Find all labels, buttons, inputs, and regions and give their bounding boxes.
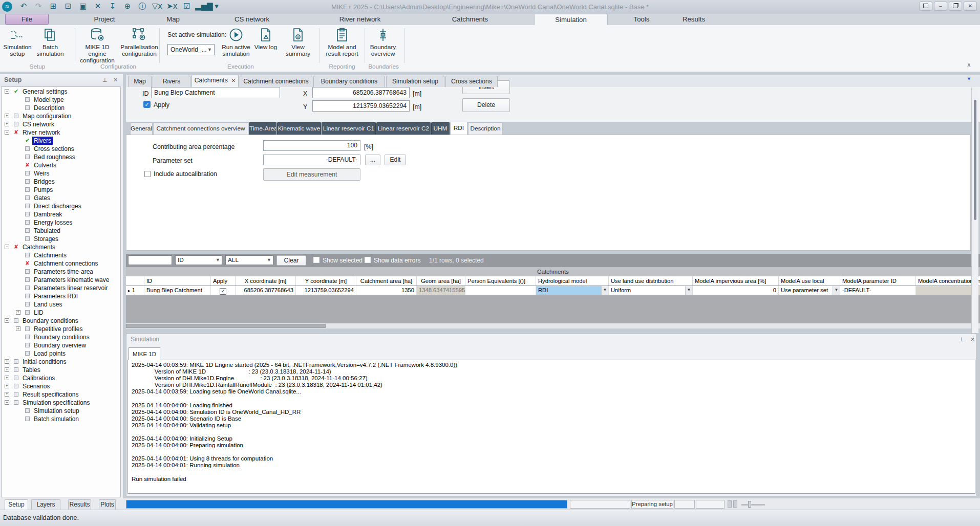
tree-item-label[interactable]: Map configuration (21, 112, 73, 120)
column-header-x-coordinate-m[interactable]: X coordinate [m] (236, 276, 296, 286)
tab-rdi[interactable]: RDI (450, 122, 467, 135)
tree-item-parameters-linear-reservoir[interactable]: Parameters linear reservoir (2, 284, 120, 292)
tab-description[interactable]: Description (468, 122, 503, 135)
tree-item-lid[interactable]: +LID (2, 309, 120, 317)
tree-item-map-configuration[interactable]: +Map configuration (2, 112, 120, 120)
expand-icon[interactable]: + (5, 392, 9, 397)
expand-icon[interactable]: + (5, 122, 9, 126)
tree-item-cs-network[interactable]: +CS network (2, 120, 120, 128)
close-icon[interactable]: ✕ (113, 77, 118, 83)
stop-button[interactable] (733, 500, 737, 508)
tree-item-general-settings[interactable]: −✔General settings (2, 87, 120, 96)
tree-item-label[interactable]: Simulation setup (32, 407, 81, 415)
tree-item-direct-discharges[interactable]: Direct discharges (2, 202, 120, 210)
cell-modela-concentration-time-min[interactable] (916, 286, 980, 295)
tree-item-label[interactable]: Load points (32, 349, 67, 358)
bottom-tab-results[interactable]: Results (68, 499, 91, 510)
clear-filter-button[interactable]: Clear (276, 255, 306, 266)
tree-item-label[interactable]: Simulation specifications (21, 399, 91, 407)
tree-item-scenarios[interactable]: +Scenarios (2, 382, 120, 390)
tree-item-label[interactable]: Rivers (32, 137, 53, 145)
column-header-apply[interactable]: Apply (211, 276, 236, 286)
x-coordinate-field[interactable]: 685206.387768643 (312, 87, 410, 98)
bottom-tab-layers-a[interactable]: Layers a... (31, 499, 60, 510)
expand-icon[interactable]: + (16, 326, 20, 331)
ribbon-tab-river-network[interactable]: River network (313, 14, 407, 25)
column-header-person-equivalents[interactable]: Person Equivalents [()] (465, 276, 536, 286)
column-header-modela-parameter-id[interactable]: ModelA parameter ID (840, 276, 916, 286)
minimize-button[interactable]: – (934, 2, 947, 11)
tree-item-rivers[interactable]: ✔Rivers (2, 137, 120, 145)
tree-item-label[interactable]: Energy losses (32, 218, 74, 227)
cell-x-coordinate-m[interactable]: 685206.387768643 (236, 286, 296, 295)
mike1d-log-tab[interactable]: MIKE 1D (129, 347, 160, 360)
edit-measurement-button[interactable]: Edit measurement (263, 168, 360, 181)
tree-item-bridges[interactable]: Bridges (2, 178, 120, 186)
tree-item-label[interactable]: Parameters linear reservoir (32, 284, 110, 292)
close-icon[interactable]: ✕ (970, 336, 975, 343)
column-header-modela-impervious-area[interactable]: ModelA impervious area [%] (693, 276, 779, 286)
tree-item-description[interactable]: Description (2, 104, 120, 112)
cell-modela-impervious-area[interactable]: 0 (693, 286, 779, 295)
scrollbar-thumb[interactable] (126, 324, 326, 328)
edit-parameter-button[interactable]: Edit (385, 155, 406, 165)
ribbon-tab-cs-network[interactable]: CS network (212, 14, 291, 25)
tree-item-catchments[interactable]: Catchments (2, 251, 120, 259)
id-cell[interactable]: Bung Biep Catchment (144, 286, 211, 295)
tree-item-energy-losses[interactable]: Energy losses (2, 218, 120, 227)
tree-item-tables[interactable]: +Tables (2, 366, 120, 374)
tree-item-label[interactable]: Tabulated (32, 227, 62, 235)
parameter-set-field[interactable]: -DEFAULT- (263, 155, 360, 165)
show-selected-checkbox[interactable] (313, 257, 319, 263)
tab-general[interactable]: General (130, 122, 153, 135)
apply-cell[interactable]: ✓ (211, 286, 236, 295)
doc-tab-map[interactable]: Map (128, 76, 152, 87)
expand-icon[interactable]: + (5, 384, 9, 388)
tree-item-gates[interactable]: Gates (2, 194, 120, 202)
tree-item-label[interactable]: Dambreak (32, 210, 63, 218)
tree-item-label[interactable]: Bridges (32, 178, 56, 186)
column-header-y-coordinate-m[interactable]: Y coordinate [m] (296, 276, 356, 286)
tree-item-label[interactable]: Catchments (32, 251, 68, 259)
doc-tab-catchment-connections[interactable]: Catchment connections (240, 76, 312, 87)
zoom-slider-handle[interactable] (748, 501, 751, 508)
tree-item-load-points[interactable]: Load points (2, 349, 120, 358)
autocalibration-checkbox[interactable] (144, 171, 151, 177)
column-header-row-marker[interactable] (126, 276, 144, 286)
row-marker-cell[interactable]: ▸ 1 (126, 286, 144, 295)
tree-item-label[interactable]: General settings (21, 87, 69, 96)
tree-item-calibrations[interactable]: +Calibrations (2, 374, 120, 382)
tree-item-model-type[interactable]: Model type (2, 96, 120, 104)
doc-tab-rivers[interactable]: Rivers (153, 76, 190, 87)
tree-item-label[interactable]: Gates (32, 194, 52, 202)
tab-list-dropdown-icon[interactable]: ▼ (967, 76, 971, 81)
tree-item-label[interactable]: Direct discharges (32, 202, 83, 210)
cell-geom-area-ha[interactable]: 1348.63474155959 (417, 286, 465, 295)
view-log-button[interactable]: View log (254, 27, 278, 69)
tree-item-parameters-time-area[interactable]: Parameters time-area (2, 268, 120, 276)
tree-item-label[interactable]: Parameters RDI (32, 292, 79, 300)
bottom-tab-plots[interactable]: Plots (99, 499, 116, 510)
tree-item-label[interactable]: Cross sections (32, 145, 76, 153)
tab-uhm[interactable]: UHM (431, 122, 450, 135)
tree-item-label[interactable]: Description (32, 104, 66, 112)
tree-item-simulation-setup[interactable]: Simulation setup (2, 407, 120, 415)
tree-item-land-uses[interactable]: Land uses (2, 300, 120, 309)
show-data-errors-checkbox[interactable] (365, 257, 371, 263)
collapse-icon[interactable]: − (5, 89, 9, 94)
tree-item-label[interactable]: Pumps (32, 186, 54, 194)
cell-use-land-use-distribution[interactable]: Uniform▼ (609, 286, 693, 295)
horizontal-scrollbar[interactable] (126, 323, 980, 328)
expand-icon[interactable]: + (5, 367, 9, 372)
tree-item-bed-roughness[interactable]: Bed roughness (2, 153, 120, 161)
column-header-catchment-area-ha[interactable]: Catchment area [ha] (356, 276, 417, 286)
table-row[interactable]: ▸ 1Bung Biep Catchment✓685206.3877686431… (126, 286, 980, 295)
ribbon-tab-results[interactable]: Results (672, 14, 716, 25)
tree-item-initial-conditions[interactable]: +Initial conditions (2, 358, 120, 366)
tree-item-label[interactable]: Land uses (32, 300, 63, 309)
close-button[interactable]: ✕ (964, 2, 977, 11)
filter-column-dropdown[interactable]: ID ▼ (175, 255, 222, 265)
tree-item-batch-simulation[interactable]: Batch simulation (2, 415, 120, 423)
expand-icon[interactable]: + (5, 114, 9, 118)
tree-item-repetitive-profiles[interactable]: +Repetitive profiles (2, 325, 120, 333)
